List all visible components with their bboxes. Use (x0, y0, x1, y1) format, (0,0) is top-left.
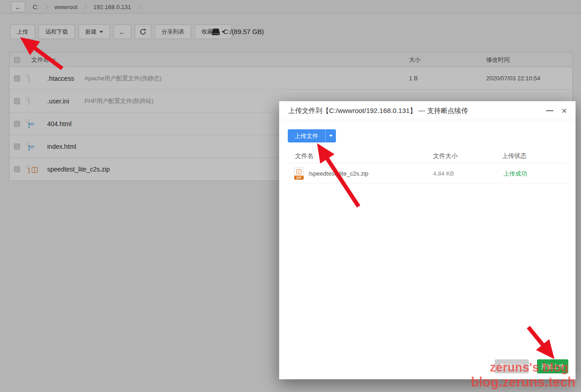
upload-options-dropdown[interactable] (325, 129, 336, 142)
upload-col-size: 文件大小 (433, 149, 458, 163)
upload-file-name: /speedtest_lite_c2s.zip (309, 163, 369, 184)
start-upload-button[interactable]: 开始上传 (537, 359, 568, 373)
caret-down-icon (329, 135, 333, 137)
upload-status: 上传成功 (503, 163, 527, 184)
minimize-icon: — (546, 107, 553, 115)
upload-file-split-button[interactable]: 上传文件 (288, 129, 336, 142)
close-button[interactable]: × (557, 101, 571, 120)
upload-col-status: 上传状态 (502, 149, 527, 163)
upload-file-button[interactable]: 上传文件 (288, 129, 325, 142)
dialog-title: 上传文件到【C:/wwwroot/192.168.0.131】 --- 支持断点… (288, 101, 468, 120)
dialog-titlebar: 上传文件到【C:/wwwroot/192.168.0.131】 --- 支持断点… (279, 101, 576, 120)
cancel-upload-button[interactable]: 取消上传 (495, 359, 529, 373)
upload-file-size: 4.84 KB (433, 163, 454, 184)
upload-dialog: 上传文件到【C:/wwwroot/192.168.0.131】 --- 支持断点… (279, 101, 576, 379)
upload-table-header: 文件名 文件大小 上传状态 (288, 149, 567, 163)
close-icon: × (561, 106, 567, 116)
upload-row: ZIP /speedtest_lite_c2s.zip 4.84 KB 上传成功 (288, 163, 567, 184)
minimize-button[interactable]: — (543, 101, 556, 120)
zip-file-icon: ZIP (294, 163, 304, 184)
upload-col-filename: 文件名 (295, 149, 314, 163)
